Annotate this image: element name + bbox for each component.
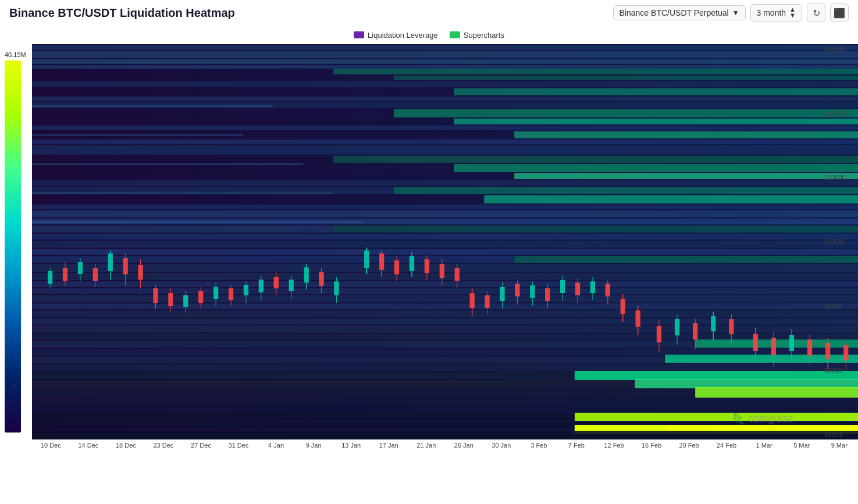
color-bar-container: 40.19M 0 <box>5 50 21 422</box>
svg-rect-138 <box>575 283 580 295</box>
svg-rect-28 <box>333 226 858 233</box>
x-label-20: 5 Mar <box>783 442 821 449</box>
x-label-5: 31 Dec <box>220 442 258 449</box>
x-label-21: 9 Mar <box>820 442 858 449</box>
svg-rect-64 <box>32 105 273 107</box>
header-controls: Binance BTC/USDT Perpetual ▼ 3 month ▲▼ … <box>613 3 849 22</box>
y-label-52333: 52333 <box>824 431 856 438</box>
refresh-icon: ↻ <box>813 8 820 19</box>
x-label-8: 13 Jan <box>332 442 370 449</box>
svg-rect-74 <box>78 262 83 274</box>
svg-rect-15 <box>32 140 858 144</box>
svg-rect-40 <box>32 310 858 317</box>
svg-rect-68 <box>32 221 364 223</box>
heatmap-wrapper: 🦎 coinglass 10 Dec 14 Dec 18 Dec 23 Dec … <box>32 44 858 477</box>
time-label: 3 month <box>757 8 786 17</box>
refresh-button[interactable]: ↻ <box>807 3 825 22</box>
svg-rect-1 <box>32 45 858 50</box>
svg-rect-65 <box>32 134 243 136</box>
svg-rect-156 <box>729 319 734 334</box>
legend-liq-color <box>354 31 364 38</box>
svg-rect-59 <box>32 413 575 421</box>
heatmap-svg: 🦎 coinglass <box>32 44 858 439</box>
svg-rect-164 <box>807 339 812 356</box>
heatmap-canvas[interactable]: 🦎 coinglass <box>32 44 858 439</box>
svg-rect-8 <box>454 88 858 95</box>
svg-rect-104 <box>304 267 308 283</box>
svg-rect-108 <box>334 281 339 295</box>
svg-rect-25 <box>32 210 858 217</box>
svg-rect-150 <box>675 319 679 335</box>
svg-rect-116 <box>410 256 414 271</box>
svg-rect-16 <box>32 145 858 155</box>
y-label-140000: 140000 <box>824 110 856 117</box>
svg-rect-94 <box>229 288 233 300</box>
svg-rect-122 <box>455 268 460 281</box>
svg-rect-11 <box>394 109 858 117</box>
svg-rect-30 <box>32 241 858 248</box>
camera-button[interactable]: ⬛ <box>830 3 849 22</box>
svg-rect-128 <box>500 287 504 301</box>
svg-rect-63 <box>32 431 858 439</box>
svg-rect-2 <box>32 51 858 58</box>
x-label-2: 18 Dec <box>107 442 145 449</box>
svg-rect-146 <box>636 310 640 327</box>
svg-rect-19 <box>514 173 858 179</box>
x-label-7: 9 Jan <box>295 442 333 449</box>
svg-text:🦎 coinglass: 🦎 coinglass <box>731 412 793 425</box>
svg-rect-17 <box>333 156 858 163</box>
legend-liq-label: Liquidation Leverage <box>368 31 438 40</box>
exchange-label: Binance BTC/USDT Perpetual <box>620 8 729 17</box>
svg-rect-9 <box>32 96 858 101</box>
svg-rect-152 <box>693 323 697 339</box>
x-label-1: 14 Dec <box>70 442 108 449</box>
svg-rect-43 <box>32 334 858 339</box>
y-label-100000: 100000 <box>824 238 856 245</box>
svg-rect-154 <box>711 316 715 331</box>
svg-rect-78 <box>108 253 113 271</box>
svg-rect-106 <box>319 272 323 286</box>
svg-rect-23 <box>484 195 858 203</box>
x-label-4: 27 Dec <box>182 442 220 449</box>
svg-rect-112 <box>379 253 384 270</box>
svg-rect-67 <box>32 192 333 194</box>
time-selector[interactable]: 3 month ▲▼ <box>750 4 802 22</box>
svg-rect-20 <box>32 180 858 186</box>
svg-rect-102 <box>289 280 294 291</box>
svg-rect-130 <box>515 284 519 296</box>
x-label-3: 23 Dec <box>145 442 183 449</box>
svg-rect-132 <box>530 285 535 298</box>
x-label-19: 1 Mar <box>745 442 783 449</box>
svg-rect-42 <box>32 326 858 333</box>
svg-rect-90 <box>198 291 203 303</box>
svg-rect-12 <box>454 119 858 124</box>
svg-rect-24 <box>32 205 858 209</box>
x-label-12: 30 Jan <box>483 442 521 449</box>
exchange-selector[interactable]: Binance BTC/USDT Perpetual ▼ <box>613 5 746 20</box>
svg-rect-160 <box>771 338 776 355</box>
svg-rect-35 <box>32 273 858 280</box>
legend-super-color <box>450 31 460 38</box>
svg-rect-84 <box>153 288 158 303</box>
svg-rect-118 <box>425 259 429 273</box>
svg-rect-56 <box>32 398 858 403</box>
svg-rect-70 <box>48 271 52 284</box>
page-title: Binance BTC/USDT Liquidation Heatmap <box>9 6 235 20</box>
scale-label-bottom: 0 <box>13 383 16 390</box>
x-label-17: 20 Feb <box>670 442 708 449</box>
svg-rect-126 <box>485 295 489 308</box>
svg-rect-51 <box>575 371 858 380</box>
svg-rect-14 <box>514 131 858 138</box>
svg-rect-5 <box>333 69 858 74</box>
svg-rect-120 <box>440 264 444 278</box>
x-label-11: 26 Jan <box>445 442 483 449</box>
svg-rect-13 <box>32 126 858 130</box>
svg-rect-34 <box>32 264 858 272</box>
color-bar <box>5 60 21 432</box>
chevron-down-icon: ▼ <box>732 9 739 17</box>
x-label-10: 21 Jan <box>407 442 445 449</box>
svg-rect-88 <box>183 295 188 307</box>
svg-rect-31 <box>32 249 858 255</box>
svg-rect-18 <box>454 164 858 172</box>
x-label-14: 7 Feb <box>558 442 596 449</box>
